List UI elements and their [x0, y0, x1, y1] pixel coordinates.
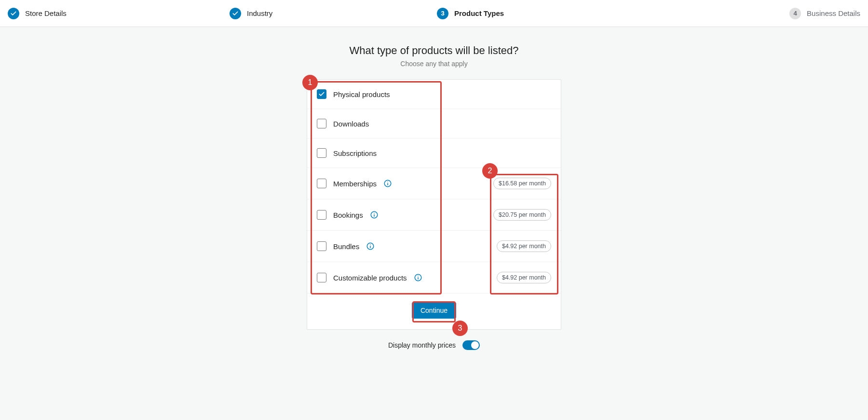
display-prices-toggle-row: Display monthly prices — [0, 340, 868, 350]
page-subtitle: Choose any that apply — [0, 60, 868, 68]
option-label: Downloads — [333, 120, 369, 128]
option-label: Subscriptions — [333, 149, 377, 157]
price-badge: $4.92 per month — [497, 272, 551, 283]
checkmark-icon — [8, 8, 19, 19]
step-label: Business Details — [807, 9, 860, 17]
option-label: Memberships — [333, 180, 377, 188]
option-subscriptions[interactable]: Subscriptions — [307, 139, 561, 168]
page-body: What type of products will be listed? Ch… — [0, 27, 868, 350]
price-badge: $4.92 per month — [497, 240, 551, 252]
option-physical-products[interactable]: Physical products — [307, 80, 561, 109]
card-footer: Continue — [307, 294, 561, 329]
step-store-details[interactable]: Store Details — [8, 8, 230, 19]
checkbox[interactable] — [317, 210, 326, 220]
option-customizable-products[interactable]: Customizable products $4.92 per month — [307, 262, 561, 294]
checkbox[interactable] — [317, 179, 326, 188]
continue-button[interactable]: Continue — [412, 302, 456, 319]
price-badge: $16.58 per month — [493, 178, 551, 189]
svg-point-11 — [418, 276, 419, 277]
page-title: What type of products will be listed? — [0, 44, 868, 57]
step-number-badge: 3 — [437, 8, 448, 19]
option-bundles[interactable]: Bundles $4.92 per month — [307, 231, 561, 262]
info-icon[interactable] — [383, 179, 392, 188]
info-icon[interactable] — [366, 242, 375, 251]
option-memberships[interactable]: Memberships $16.58 per month — [307, 168, 561, 199]
svg-point-2 — [387, 182, 388, 182]
checkmark-icon — [230, 8, 241, 19]
checkbox[interactable] — [317, 241, 326, 251]
checkbox[interactable] — [317, 119, 326, 128]
price-badge: $20.75 per month — [493, 209, 551, 221]
info-icon[interactable] — [370, 210, 379, 219]
toggle-label: Display monthly prices — [388, 341, 456, 349]
checkbox[interactable] — [317, 148, 326, 158]
option-downloads[interactable]: Downloads — [307, 109, 561, 139]
checkbox[interactable] — [317, 273, 326, 282]
setup-stepper: Store Details Industry 3 Product Types 4… — [0, 0, 868, 27]
option-label: Bookings — [333, 211, 363, 219]
checkbox[interactable] — [317, 89, 326, 99]
option-label: Customizable products — [333, 274, 407, 282]
option-label: Bundles — [333, 242, 359, 251]
svg-point-8 — [370, 244, 371, 245]
option-bookings[interactable]: Bookings $20.75 per month — [307, 199, 561, 231]
info-icon[interactable] — [414, 273, 422, 282]
option-label: Physical products — [333, 90, 390, 98]
step-label: Store Details — [25, 9, 67, 17]
display-prices-toggle[interactable] — [462, 340, 480, 350]
step-product-types[interactable]: 3 Product Types — [437, 8, 789, 19]
step-label: Product Types — [454, 9, 504, 17]
step-industry[interactable]: Industry — [230, 8, 437, 19]
step-label: Industry — [247, 9, 272, 17]
step-number-badge: 4 — [789, 8, 801, 19]
step-business-details[interactable]: 4 Business Details — [789, 8, 860, 19]
product-types-card: Physical products Downloads Subscription… — [307, 79, 561, 330]
svg-point-5 — [374, 213, 375, 214]
